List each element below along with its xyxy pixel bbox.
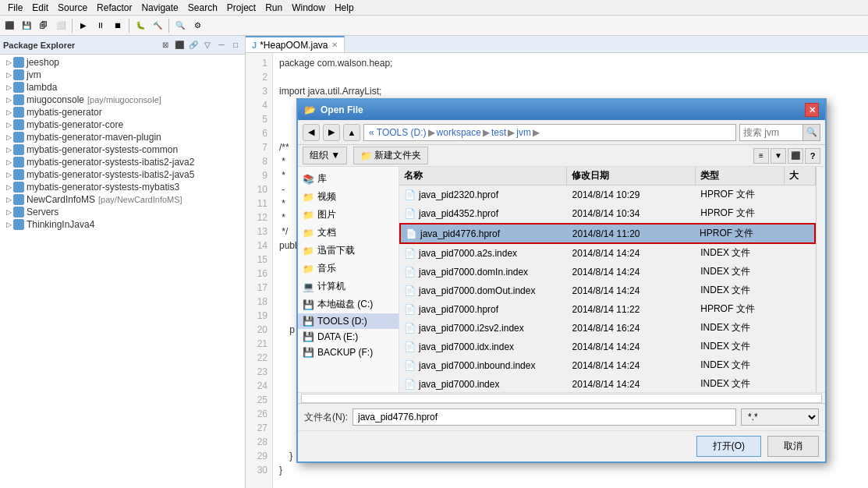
file-icon: 📄 — [404, 379, 416, 390]
toolbar-new-btn[interactable]: ⬛ — [2, 18, 17, 34]
file-name-cell: 📄java_pid7000.hprof — [399, 303, 568, 316]
file-type-cell: INDEX 文件 — [696, 283, 785, 298]
ftree-item-图片[interactable]: 📁图片 — [298, 206, 399, 224]
filetype-select[interactable]: *.* — [741, 408, 819, 426]
file-type-cell: HPROF 文件 — [696, 302, 785, 316]
open-button[interactable]: 打开(O) — [696, 436, 761, 457]
ftree-icon: 💾 — [303, 331, 314, 342]
file-row-9[interactable]: 📄java_pid7000.inbound.index2014/8/14 14:… — [399, 356, 816, 375]
ftree-item-音乐[interactable]: 📁音乐 — [298, 260, 399, 278]
ftree-item-DATA-(E:)[interactable]: 💾DATA (E:) — [298, 329, 399, 345]
toolbar-search-btn[interactable]: 🔍 — [172, 18, 188, 34]
addr-back-button[interactable]: ◀ — [303, 124, 320, 141]
file-size-cell — [783, 233, 814, 235]
view-extra-button[interactable]: ⬛ — [788, 148, 803, 164]
file-date-cell: 2014/8/14 16:24 — [568, 322, 696, 334]
menu-help[interactable]: Help — [330, 2, 359, 13]
menu-search[interactable]: Search — [183, 2, 222, 13]
ftree-item-库[interactable]: 📚库 — [298, 170, 399, 188]
ftree-item-本地磁盘-(C:)[interactable]: 💾本地磁盘 (C:) — [298, 295, 399, 313]
vertical-scrollbar[interactable] — [816, 167, 825, 392]
toolbar-sep-1 — [72, 19, 73, 33]
ftree-item-BACKUP-(F:)[interactable]: 💾BACKUP (F:) — [298, 345, 399, 360]
filename-input[interactable] — [353, 408, 736, 426]
search-submit-button[interactable]: 🔍 — [802, 125, 820, 140]
toolbar-pause-btn[interactable]: ⏸ — [93, 18, 108, 34]
ftree-item-迅雷下载[interactable]: 📁迅雷下载 — [298, 242, 399, 260]
menu-window[interactable]: Window — [287, 2, 330, 13]
toolbar-saveas-btn[interactable]: 🗐 — [36, 18, 51, 34]
toolbar-save-btn[interactable]: 💾 — [19, 18, 34, 34]
toolbar-stop-btn[interactable]: ⏹ — [110, 18, 126, 34]
file-type-cell: INDEX 文件 — [696, 320, 785, 335]
file-name-label: java_pid7000.idx.index — [419, 341, 514, 352]
new-folder-label: 新建文件夹 — [374, 149, 421, 162]
col-header-name[interactable]: 名称 — [399, 167, 567, 185]
ftree-item-文档[interactable]: 📁文档 — [298, 224, 399, 242]
ftree-item-计算机[interactable]: 💻计算机 — [298, 278, 399, 295]
col-header-date[interactable]: 修改日期 — [567, 167, 696, 185]
file-row-5[interactable]: 📄java_pid7000.domOut.index2014/8/14 14:2… — [399, 281, 816, 300]
file-list-panel: 名称 修改日期 类型 大 📄java_pid2320.hprof2014/8/1… — [399, 167, 816, 392]
toolbar-debug-btn[interactable]: 🐛 — [133, 18, 148, 34]
menu-project[interactable]: Project — [222, 2, 260, 13]
file-row-8[interactable]: 📄java_pid7000.idx.index2014/8/14 14:24IN… — [399, 338, 816, 356]
breadcrumb-sep-4: ▶ — [533, 127, 540, 138]
file-list-header: 名称 修改日期 类型 大 — [399, 167, 816, 186]
help-button[interactable]: ? — [805, 148, 820, 164]
file-row-4[interactable]: 📄java_pid7000.domIn.index2014/8/14 14:24… — [399, 263, 816, 281]
file-name-label: java_pid4776.hprof — [420, 228, 500, 239]
col-header-type[interactable]: 类型 — [696, 167, 785, 185]
menu-run[interactable]: Run — [260, 2, 287, 13]
menu-source[interactable]: Source — [53, 2, 92, 13]
menu-file[interactable]: File — [3, 2, 27, 13]
file-row-7[interactable]: 📄java_pid7000.i2sv2.index2014/8/14 16:24… — [399, 319, 816, 338]
file-row-1[interactable]: 📄java_pid4352.hprof2014/8/14 10:34HPROF … — [399, 204, 816, 223]
addr-forward-button[interactable]: ▶ — [323, 124, 340, 141]
organize-button[interactable]: 组织 ▼ — [303, 147, 347, 164]
view-dropdown-button[interactable]: ▼ — [771, 148, 786, 164]
toolbar-run-btn[interactable]: ▶ — [76, 18, 91, 34]
file-row-0[interactable]: 📄java_pid2320.hprof2014/8/14 10:29HPROF … — [399, 186, 816, 204]
ftree-label: 计算机 — [317, 280, 345, 293]
file-name-label: java_pid2320.hprof — [419, 189, 498, 200]
dialog-close-button[interactable]: ✕ — [805, 103, 819, 117]
search-input[interactable] — [740, 126, 802, 140]
file-name-cell: 📄java_pid7000.a2s.index — [399, 247, 568, 260]
menu-navigate[interactable]: Navigate — [136, 2, 182, 13]
toolbar-build-btn[interactable]: 🔨 — [150, 18, 165, 34]
view-details-button[interactable]: ≡ — [753, 148, 769, 164]
ftree-item-视频[interactable]: 📁视频 — [298, 188, 399, 206]
ftree-label: 图片 — [317, 208, 336, 221]
file-date-cell: 2014/8/14 14:24 — [568, 266, 696, 278]
file-row-10[interactable]: 📄java_pid7000.index2014/8/14 14:24INDEX … — [399, 375, 816, 392]
breadcrumb-tools: « TOOLS (D:) — [369, 127, 427, 138]
file-row-6[interactable]: 📄java_pid7000.hprof2014/8/14 11:22HPROF … — [399, 300, 816, 319]
file-icon: 📄 — [404, 208, 416, 219]
menu-refactor[interactable]: Refactor — [92, 2, 136, 13]
file-size-cell — [785, 384, 816, 385]
file-name-cell: 📄java_pid2320.hprof — [399, 189, 568, 201]
toolbar-print-btn[interactable]: ⬜ — [53, 18, 69, 34]
file-date-cell: 2014/8/14 11:22 — [568, 303, 696, 316]
new-folder-button[interactable]: 📁 新建文件夹 — [353, 147, 428, 164]
new-folder-icon: 📁 — [360, 150, 372, 161]
file-row-2[interactable]: 📄java_pid4776.hprof2014/8/14 11:20HPROF … — [399, 223, 816, 244]
file-browser: 📚库📁视频📁图片📁文档📁迅雷下载📁音乐💻计算机💾本地磁盘 (C:)💾TOOLS … — [298, 167, 825, 393]
file-icon: 📄 — [404, 248, 416, 259]
ftree-item-TOOLS-(D:)[interactable]: 💾TOOLS (D:) — [298, 313, 399, 329]
file-type-cell: HPROF 文件 — [696, 206, 785, 221]
address-path[interactable]: « TOOLS (D:) ▶ workspace ▶ test ▶ jvm ▶ — [363, 124, 736, 141]
menu-edit[interactable]: Edit — [27, 2, 53, 13]
col-header-size[interactable]: 大 — [785, 167, 816, 185]
file-name-cell: 📄java_pid7000.domOut.index — [399, 285, 568, 297]
ftree-label: BACKUP (F:) — [317, 347, 373, 358]
dialog-titlebar: 📂 Open File ✕ — [298, 100, 825, 120]
toolbar-ref-btn[interactable]: ⚙ — [190, 18, 205, 34]
addr-up-button[interactable]: ▲ — [343, 124, 360, 141]
dialog-title-text: Open File — [321, 104, 363, 115]
cancel-button[interactable]: 取消 — [767, 436, 819, 457]
horizontal-scrollbar[interactable] — [301, 394, 822, 403]
file-name-cell: 📄java_pid7000.index — [399, 378, 568, 391]
file-row-3[interactable]: 📄java_pid7000.a2s.index2014/8/14 14:24IN… — [399, 244, 816, 263]
